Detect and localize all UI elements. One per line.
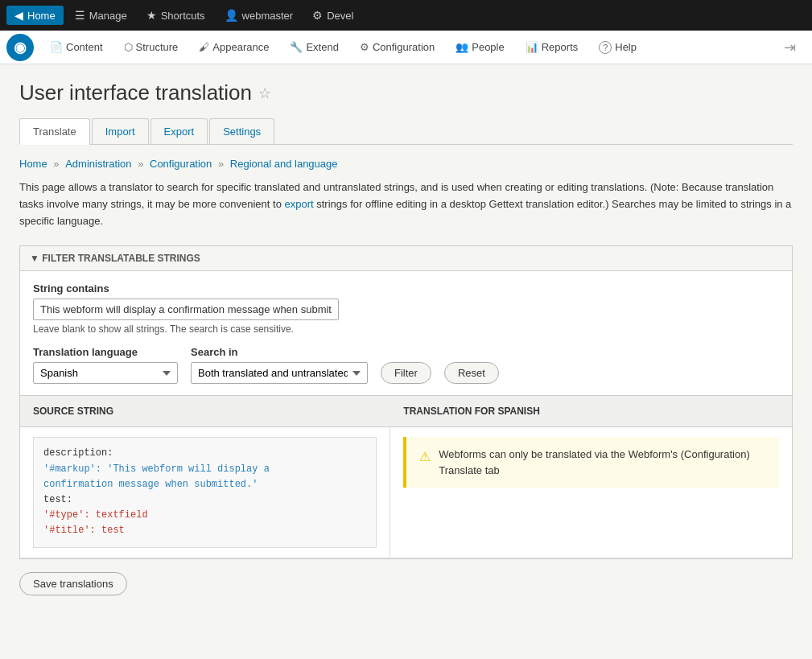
sec-nav-people[interactable]: 👥 People bbox=[446, 38, 513, 56]
warning-box: ⚠ Webforms can only be translated via th… bbox=[403, 437, 779, 488]
sec-nav-reports[interactable]: 📊 Reports bbox=[516, 38, 588, 56]
breadcrumb-regional[interactable]: Regional and language bbox=[230, 158, 338, 170]
reports-icon: 📊 bbox=[526, 41, 538, 53]
sec-nav-structure-label: Structure bbox=[136, 41, 179, 53]
people-icon: 👥 bbox=[455, 41, 468, 53]
tab-export[interactable]: Export bbox=[150, 118, 208, 144]
bookmark-icon[interactable]: ☆ bbox=[258, 84, 271, 102]
breadcrumb-admin[interactable]: Administration bbox=[65, 158, 131, 170]
code-line-4: test: bbox=[43, 494, 72, 505]
page-title: User interface translation ☆ bbox=[19, 80, 793, 105]
extend-icon: 🔧 bbox=[290, 41, 303, 53]
sec-nav-configuration-label: Configuration bbox=[373, 41, 435, 53]
tab-settings[interactable]: Settings bbox=[209, 118, 274, 144]
hint-text: Leave blank to show all strings. The sea… bbox=[33, 323, 779, 335]
string-contains-input[interactable] bbox=[33, 299, 339, 320]
filter-button[interactable]: Filter bbox=[381, 362, 431, 384]
appearance-icon: 🖌 bbox=[199, 41, 209, 53]
tab-translate[interactable]: Translate bbox=[19, 118, 90, 145]
breadcrumb: Home » Administration » Configuration » … bbox=[19, 158, 793, 170]
code-line-3: confirmation message when submitted.' bbox=[43, 479, 258, 490]
source-cell: description: '#markup': 'This webform wi… bbox=[20, 427, 390, 557]
filter-row: Translation language Spanish English Fre… bbox=[33, 346, 779, 384]
top-navigation: ◀ Home ☰ Manage ★ Shortcuts 👤 webmaster … bbox=[0, 0, 812, 31]
code-line-6: '#title': test bbox=[43, 525, 125, 536]
nav-manage[interactable]: ☰ Manage bbox=[67, 6, 135, 25]
user-icon: 👤 bbox=[225, 9, 238, 22]
filter-title: ▼ FILTER TRANSLATABLE STRINGS bbox=[30, 253, 200, 264]
configuration-icon: ⚙ bbox=[360, 41, 369, 53]
nav-devel[interactable]: ⚙ Devel bbox=[304, 6, 361, 25]
search-in-select[interactable]: Both translated and untranslated Transla… bbox=[191, 362, 368, 384]
translation-language-label: Translation language bbox=[33, 346, 178, 358]
sec-nav-extend[interactable]: 🔧 Extend bbox=[280, 38, 348, 56]
page-content: User interface translation ☆ Translate I… bbox=[0, 64, 812, 612]
translation-language-group: Translation language Spanish English Fre… bbox=[33, 346, 178, 384]
table-row: description: '#markup': 'This webform wi… bbox=[20, 427, 792, 558]
breadcrumb-config[interactable]: Configuration bbox=[150, 158, 212, 170]
sec-nav-content-label: Content bbox=[66, 41, 103, 53]
string-contains-label: String contains bbox=[33, 282, 779, 294]
translation-language-select[interactable]: Spanish English French German bbox=[33, 362, 178, 384]
manage-icon: ☰ bbox=[75, 9, 85, 22]
nav-home-label: Home bbox=[27, 10, 56, 22]
drupal-logo[interactable]: ◉ bbox=[6, 34, 34, 61]
sec-nav-structure[interactable]: ⬡ Structure bbox=[114, 38, 188, 56]
sec-nav-content[interactable]: 📄 Content bbox=[40, 38, 113, 56]
content-icon: 📄 bbox=[50, 41, 63, 53]
results-header: SOURCE STRING TRANSLATION FOR SPANISH bbox=[20, 396, 792, 427]
nav-devel-label: Devel bbox=[327, 10, 353, 22]
source-code-block: description: '#markup': 'This webform wi… bbox=[33, 437, 377, 547]
code-line-2: '#markup': 'This webform will display a bbox=[43, 463, 270, 475]
search-in-label: Search in bbox=[191, 346, 368, 358]
nav-webmaster-label: webmaster bbox=[242, 10, 294, 22]
sec-nav-people-label: People bbox=[472, 41, 504, 53]
header-translation: TRANSLATION FOR SPANISH bbox=[390, 402, 792, 420]
warning-icon: ⚠ bbox=[419, 447, 431, 467]
filter-section: ▼ FILTER TRANSLATABLE STRINGS String con… bbox=[19, 245, 793, 396]
sec-nav-configuration[interactable]: ⚙ Configuration bbox=[350, 38, 444, 56]
filter-body: String contains Leave blank to show all … bbox=[20, 271, 792, 395]
sec-nav-help-label: Help bbox=[615, 41, 637, 53]
sec-nav-appearance-label: Appearance bbox=[212, 41, 269, 53]
shortcuts-icon: ★ bbox=[146, 9, 157, 22]
description-text: This page allows a translator to search … bbox=[19, 179, 793, 229]
nav-webmaster[interactable]: 👤 webmaster bbox=[216, 6, 302, 25]
warning-text: Webforms can only be translated via the … bbox=[439, 447, 766, 478]
tab-import[interactable]: Import bbox=[92, 118, 149, 144]
sec-nav-reports-label: Reports bbox=[542, 41, 579, 53]
translation-cell: ⚠ Webforms can only be translated via th… bbox=[390, 427, 792, 557]
search-in-group: Search in Both translated and untranslat… bbox=[191, 346, 368, 384]
nav-home[interactable]: ◀ Home bbox=[6, 6, 64, 25]
filter-header[interactable]: ▼ FILTER TRANSLATABLE STRINGS bbox=[20, 246, 792, 271]
export-link[interactable]: export bbox=[284, 198, 313, 210]
code-line-5: '#type': textfield bbox=[43, 509, 148, 521]
header-source: SOURCE STRING bbox=[20, 402, 390, 420]
devel-icon: ⚙ bbox=[312, 9, 323, 22]
sec-nav-appearance[interactable]: 🖌 Appearance bbox=[189, 38, 278, 56]
nav-manage-label: Manage bbox=[89, 10, 127, 22]
reset-button[interactable]: Reset bbox=[444, 362, 499, 384]
tab-bar: Translate Import Export Settings bbox=[19, 118, 793, 145]
sec-nav-help[interactable]: ? Help bbox=[589, 38, 646, 57]
structure-icon: ⬡ bbox=[124, 41, 133, 53]
breadcrumb-home[interactable]: Home bbox=[19, 158, 47, 170]
save-translations-button[interactable]: Save translations bbox=[19, 572, 127, 595]
collapse-button[interactable]: ⇥ bbox=[774, 35, 806, 60]
code-line-1: description: bbox=[43, 447, 113, 459]
results-table: SOURCE STRING TRANSLATION FOR SPANISH de… bbox=[19, 396, 793, 558]
sec-nav-extend-label: Extend bbox=[306, 41, 338, 53]
home-icon: ◀ bbox=[14, 9, 23, 22]
secondary-navigation: ◉ 📄 Content ⬡ Structure 🖌 Appearance 🔧 E… bbox=[0, 31, 812, 64]
help-icon: ? bbox=[599, 41, 612, 54]
nav-shortcuts-label: Shortcuts bbox=[161, 10, 205, 22]
nav-shortcuts[interactable]: ★ Shortcuts bbox=[138, 6, 213, 25]
